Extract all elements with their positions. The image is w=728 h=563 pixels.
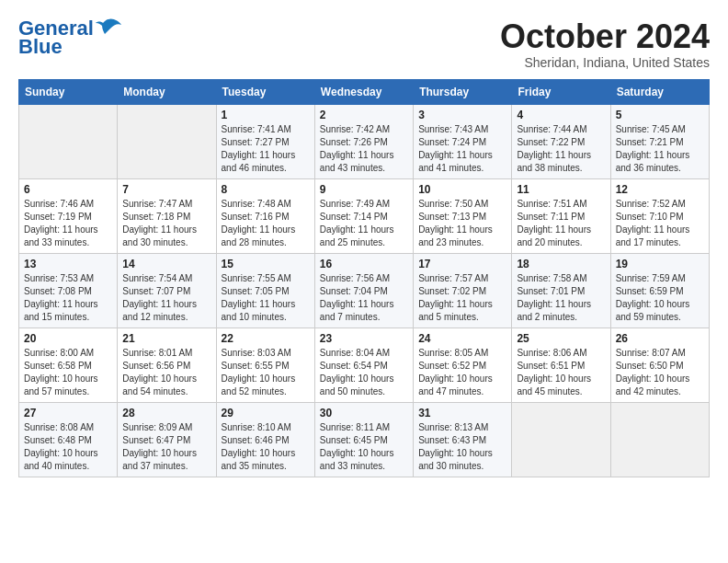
day-number: 5 [616,109,704,121]
day-number: 11 [517,183,605,196]
title-block: October 2024 Sheridan, Indiana, United S… [500,18,710,70]
calendar-weekday-header: Tuesday [216,79,314,104]
day-detail: Sunrise: 8:01 AM Sunset: 6:56 PM Dayligh… [122,347,210,398]
day-detail: Sunrise: 7:50 AM Sunset: 7:13 PM Dayligh… [418,198,506,249]
calendar-day-cell: 10Sunrise: 7:50 AM Sunset: 7:13 PM Dayli… [414,178,512,253]
day-number: 31 [418,407,506,419]
calendar-day-cell: 6Sunrise: 7:46 AM Sunset: 7:19 PM Daylig… [19,178,118,253]
calendar-day-cell: 4Sunrise: 7:44 AM Sunset: 7:22 PM Daylig… [512,104,610,178]
day-detail: Sunrise: 7:46 AM Sunset: 7:19 PM Dayligh… [24,198,112,249]
day-detail: Sunrise: 7:48 AM Sunset: 7:16 PM Dayligh… [222,198,310,249]
day-number: 20 [24,332,112,345]
day-number: 17 [418,258,506,270]
day-detail: Sunrise: 7:54 AM Sunset: 7:07 PM Dayligh… [122,272,210,324]
logo-bird-icon [96,17,121,36]
day-number: 25 [517,332,605,345]
calendar-day-cell: 2Sunrise: 7:42 AM Sunset: 7:26 PM Daylig… [314,104,413,178]
calendar-day-cell: 29Sunrise: 8:10 AM Sunset: 6:46 PM Dayli… [216,402,314,477]
day-number: 2 [320,109,408,121]
calendar-day-cell: 8Sunrise: 7:48 AM Sunset: 7:16 PM Daylig… [216,178,314,253]
day-detail: Sunrise: 7:58 AM Sunset: 7:01 PM Dayligh… [517,272,605,324]
calendar-day-cell: 25Sunrise: 8:06 AM Sunset: 6:51 PM Dayli… [512,327,610,402]
day-number: 22 [222,332,310,345]
location-subtitle: Sheridan, Indiana, United States [500,55,710,70]
day-detail: Sunrise: 8:11 AM Sunset: 6:45 PM Dayligh… [320,421,408,473]
calendar-day-cell: 17Sunrise: 7:57 AM Sunset: 7:02 PM Dayli… [414,253,512,327]
calendar-weekday-header: Wednesday [314,79,413,104]
day-detail: Sunrise: 7:45 AM Sunset: 7:21 PM Dayligh… [616,123,704,175]
day-number: 29 [222,407,310,419]
calendar-day-cell: 22Sunrise: 8:03 AM Sunset: 6:55 PM Dayli… [216,327,314,402]
calendar-weekday-header: Thursday [414,79,512,104]
day-detail: Sunrise: 7:51 AM Sunset: 7:11 PM Dayligh… [517,198,605,249]
day-detail: Sunrise: 7:41 AM Sunset: 7:27 PM Dayligh… [222,123,310,175]
calendar-day-cell: 5Sunrise: 7:45 AM Sunset: 7:21 PM Daylig… [610,104,709,178]
day-detail: Sunrise: 8:09 AM Sunset: 6:47 PM Dayligh… [122,421,210,473]
calendar-weekday-header: Sunday [19,79,118,104]
calendar-day-cell: 20Sunrise: 8:00 AM Sunset: 6:58 PM Dayli… [19,327,118,402]
calendar-day-cell: 3Sunrise: 7:43 AM Sunset: 7:24 PM Daylig… [414,104,512,178]
day-number: 13 [24,258,112,270]
day-number: 15 [222,258,310,270]
day-detail: Sunrise: 7:44 AM Sunset: 7:22 PM Dayligh… [517,123,605,175]
calendar-week-row: 6Sunrise: 7:46 AM Sunset: 7:19 PM Daylig… [19,178,710,253]
calendar-day-cell: 7Sunrise: 7:47 AM Sunset: 7:18 PM Daylig… [118,178,216,253]
day-number: 9 [320,183,408,196]
day-number: 12 [616,183,704,196]
day-number: 14 [122,258,210,270]
calendar-day-cell: 23Sunrise: 8:04 AM Sunset: 6:54 PM Dayli… [314,327,413,402]
calendar-day-cell: 24Sunrise: 8:05 AM Sunset: 6:52 PM Dayli… [414,327,512,402]
calendar-day-cell: 27Sunrise: 8:08 AM Sunset: 6:48 PM Dayli… [19,402,118,477]
day-detail: Sunrise: 8:04 AM Sunset: 6:54 PM Dayligh… [320,347,408,398]
calendar-day-cell: 1Sunrise: 7:41 AM Sunset: 7:27 PM Daylig… [216,104,314,178]
calendar-day-cell [512,402,610,477]
day-detail: Sunrise: 7:47 AM Sunset: 7:18 PM Dayligh… [122,198,210,249]
calendar-day-cell: 9Sunrise: 7:49 AM Sunset: 7:14 PM Daylig… [314,178,413,253]
day-detail: Sunrise: 8:06 AM Sunset: 6:51 PM Dayligh… [517,347,605,398]
day-number: 18 [517,258,605,270]
day-number: 8 [222,183,310,196]
calendar-day-cell: 31Sunrise: 8:13 AM Sunset: 6:43 PM Dayli… [414,402,512,477]
day-detail: Sunrise: 8:07 AM Sunset: 6:50 PM Dayligh… [616,347,704,398]
day-number: 30 [320,407,408,419]
calendar-week-row: 13Sunrise: 7:53 AM Sunset: 7:08 PM Dayli… [19,253,710,327]
day-detail: Sunrise: 8:03 AM Sunset: 6:55 PM Dayligh… [222,347,310,398]
calendar-day-cell: 12Sunrise: 7:52 AM Sunset: 7:10 PM Dayli… [610,178,709,253]
calendar-day-cell [610,402,709,477]
calendar-day-cell [19,104,118,178]
calendar-day-cell: 21Sunrise: 8:01 AM Sunset: 6:56 PM Dayli… [118,327,216,402]
day-detail: Sunrise: 7:56 AM Sunset: 7:04 PM Dayligh… [320,272,408,324]
day-detail: Sunrise: 7:53 AM Sunset: 7:08 PM Dayligh… [24,272,112,324]
logo: General Blue [18,18,121,57]
day-number: 10 [418,183,506,196]
day-detail: Sunrise: 8:08 AM Sunset: 6:48 PM Dayligh… [24,421,112,473]
day-number: 4 [517,109,605,121]
calendar-day-cell: 16Sunrise: 7:56 AM Sunset: 7:04 PM Dayli… [314,253,413,327]
day-detail: Sunrise: 7:43 AM Sunset: 7:24 PM Dayligh… [418,123,506,175]
day-number: 21 [122,332,210,345]
calendar-day-cell: 11Sunrise: 7:51 AM Sunset: 7:11 PM Dayli… [512,178,610,253]
day-detail: Sunrise: 7:59 AM Sunset: 6:59 PM Dayligh… [616,272,704,324]
day-detail: Sunrise: 7:52 AM Sunset: 7:10 PM Dayligh… [616,198,704,249]
day-detail: Sunrise: 8:10 AM Sunset: 6:46 PM Dayligh… [222,421,310,473]
calendar-day-cell: 15Sunrise: 7:55 AM Sunset: 7:05 PM Dayli… [216,253,314,327]
day-detail: Sunrise: 8:05 AM Sunset: 6:52 PM Dayligh… [418,347,506,398]
day-number: 3 [418,109,506,121]
calendar-header-row: SundayMondayTuesdayWednesdayThursdayFrid… [19,79,710,104]
day-number: 6 [24,183,112,196]
calendar-weekday-header: Friday [512,79,610,104]
day-number: 28 [122,407,210,419]
day-number: 16 [320,258,408,270]
calendar-day-cell: 26Sunrise: 8:07 AM Sunset: 6:50 PM Dayli… [610,327,709,402]
calendar-day-cell: 30Sunrise: 8:11 AM Sunset: 6:45 PM Dayli… [314,402,413,477]
day-detail: Sunrise: 8:00 AM Sunset: 6:58 PM Dayligh… [24,347,112,398]
calendar-day-cell: 14Sunrise: 7:54 AM Sunset: 7:07 PM Dayli… [118,253,216,327]
day-number: 23 [320,332,408,345]
calendar-day-cell: 18Sunrise: 7:58 AM Sunset: 7:01 PM Dayli… [512,253,610,327]
month-title: October 2024 [500,18,710,55]
day-detail: Sunrise: 7:49 AM Sunset: 7:14 PM Dayligh… [320,198,408,249]
calendar-day-cell: 19Sunrise: 7:59 AM Sunset: 6:59 PM Dayli… [610,253,709,327]
calendar-week-row: 27Sunrise: 8:08 AM Sunset: 6:48 PM Dayli… [19,402,710,477]
calendar-day-cell: 13Sunrise: 7:53 AM Sunset: 7:08 PM Dayli… [19,253,118,327]
day-detail: Sunrise: 8:13 AM Sunset: 6:43 PM Dayligh… [418,421,506,473]
